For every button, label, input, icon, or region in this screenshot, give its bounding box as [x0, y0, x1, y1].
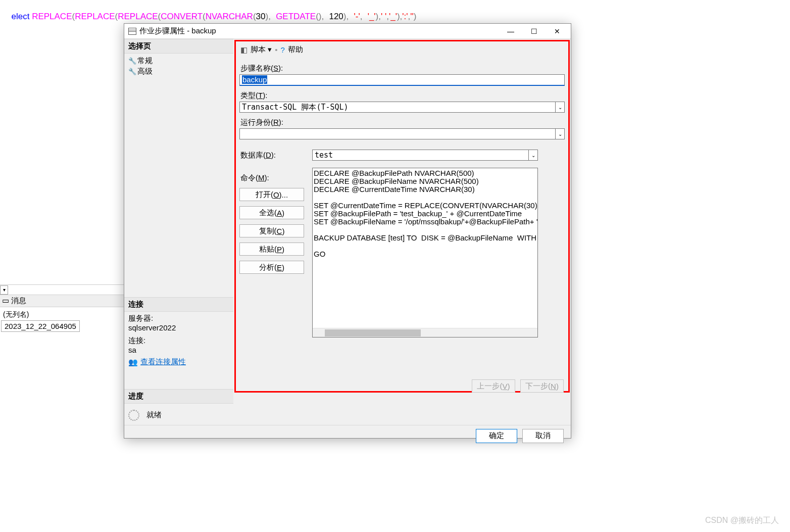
runas-combo[interactable]: ⌄ [239, 128, 565, 139]
step-name-label: 步骤名称(S): [239, 59, 565, 74]
window-icon [128, 28, 136, 35]
page-general[interactable]: 🔧常规 [128, 56, 229, 66]
connection-label: 连接: [128, 336, 229, 346]
script-icon: ◧ [240, 45, 248, 55]
titlebar[interactable]: 作业步骤属性 - backup ― ☐ ✕ [124, 24, 571, 39]
page-advanced[interactable]: 🔧高级 [128, 66, 229, 77]
next-button[interactable]: 下一步(N) [520, 379, 564, 393]
cancel-button[interactable]: 取消 [522, 429, 564, 443]
progress-spinner-icon [128, 410, 139, 421]
column-header: (无列名) [1, 309, 124, 320]
command-textarea[interactable]: DECLARE @BackupFilePath NVARCHAR(500) DE… [312, 168, 538, 337]
copy-button[interactable]: 复制(C) [239, 224, 304, 237]
maximize-button[interactable]: ☐ [522, 24, 546, 39]
watermark: CSDN @搬砖的工人 [705, 515, 779, 526]
prev-button[interactable]: 上一步(V) [472, 379, 515, 393]
script-dropdown[interactable]: 脚本 ▾ [251, 45, 272, 55]
database-label: 数据库(D): [239, 146, 312, 161]
wrench-icon: 🔧 [128, 57, 135, 65]
connection-value: sa [128, 346, 229, 354]
messages-icon: ▭ [2, 296, 9, 305]
progress-status: 就绪 [146, 410, 162, 419]
command-label: 命令(M): [239, 168, 312, 184]
paste-button[interactable]: 粘贴(P) [239, 243, 304, 256]
progress-header: 进度 [124, 389, 233, 404]
open-button[interactable]: 打开(O)... [239, 188, 304, 201]
type-label: 类型(T): [239, 86, 565, 102]
server-value: sqlserver2022 [128, 323, 229, 332]
window-title: 作业步骤属性 - backup [139, 26, 499, 36]
minimize-button[interactable]: ― [499, 24, 522, 39]
select-page-header: 选择页 [124, 39, 233, 54]
help-link[interactable]: 帮助 [288, 45, 303, 55]
sql-editor-line: elect REPLACE(REPLACE(REPLACE(CONVERT(NV… [0, 0, 416, 23]
horizontal-scrollbar[interactable] [313, 328, 537, 337]
runas-label: 运行身份(R): [239, 113, 565, 128]
type-combo[interactable]: Transact-SQL 脚本(T-SQL) ⌄ [239, 102, 565, 113]
server-label: 服务器: [128, 314, 229, 323]
database-combo[interactable]: test ⌄ [312, 150, 538, 161]
connection-icon: 👥 [128, 358, 137, 367]
parse-button[interactable]: 分析(E) [239, 261, 304, 274]
select-all-button[interactable]: 全选(A) [239, 206, 304, 219]
connection-header: 连接 [124, 297, 233, 312]
chevron-down-icon[interactable]: ⌄ [556, 102, 565, 113]
close-button[interactable]: ✕ [546, 24, 569, 39]
chevron-down-icon[interactable]: ⌄ [556, 128, 565, 139]
wrench-icon: 🔧 [128, 68, 135, 75]
ok-button[interactable]: 确定 [476, 429, 517, 443]
messages-tab[interactable]: ▭消息 [0, 295, 124, 307]
tab-dropdown[interactable]: ▾ [0, 285, 8, 295]
chevron-down-icon[interactable]: ⌄ [529, 150, 538, 161]
help-icon: ? [280, 45, 284, 54]
result-cell[interactable]: 2023_12_22_064905 [1, 320, 80, 332]
step-name-input[interactable]: backup [239, 74, 565, 86]
view-connection-link[interactable]: 查看连接属性 [140, 357, 186, 367]
job-step-properties-dialog: 作业步骤属性 - backup ― ☐ ✕ 选择页 🔧常规 🔧高级 连接 服务器… [124, 23, 571, 439]
